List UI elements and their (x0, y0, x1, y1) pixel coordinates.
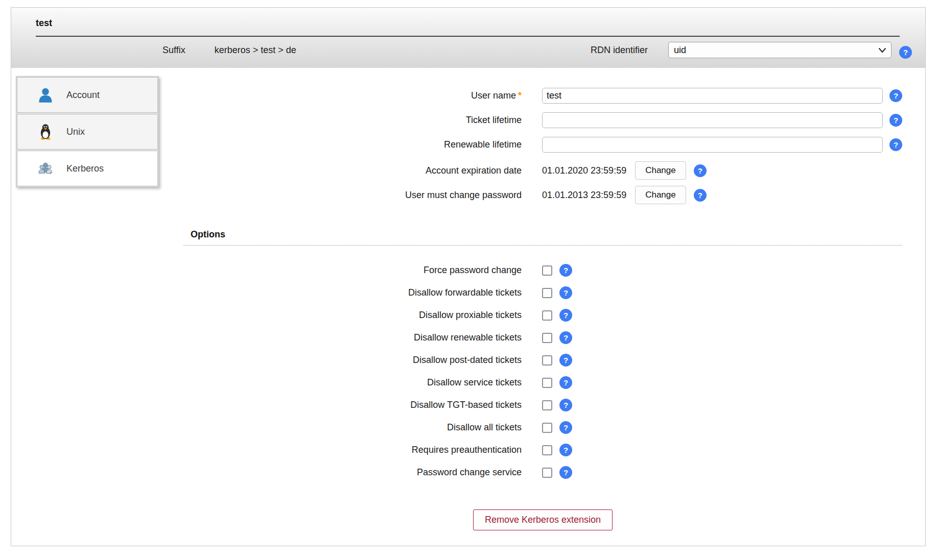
tab-label: Unix (66, 127, 85, 137)
page-title: test (36, 18, 925, 29)
tab-account[interactable]: Account (17, 77, 158, 113)
suffix-label: Suffix (162, 45, 185, 56)
option-label: Disallow renewable tickets (183, 332, 522, 343)
tab-unix[interactable]: Unix (17, 114, 158, 150)
form-control: ? (542, 137, 902, 153)
title-divider (36, 36, 900, 37)
help-icon[interactable]: ? (899, 46, 912, 59)
disallow-service-checkbox[interactable] (542, 378, 552, 388)
rdn-select[interactable]: uid (668, 42, 891, 58)
password-change-service-checkbox[interactable] (542, 468, 552, 478)
change-password-date-button[interactable]: Change (635, 186, 686, 204)
help-icon[interactable]: ? (889, 138, 902, 151)
options-section-header: Options (183, 229, 902, 246)
option-row-disallow-proxiable: Disallow proxiable tickets ? (183, 309, 902, 322)
help-icon[interactable]: ? (559, 399, 572, 411)
form-control: ? (542, 309, 572, 322)
disallow-all-tickets-checkbox[interactable] (542, 423, 552, 433)
form-control: ? (542, 444, 572, 456)
options-list: Force password change ? Disallow forward… (183, 264, 902, 479)
form-control: ? (542, 264, 572, 277)
form-control: 01.01.2013 23:59:59 Change ? (542, 186, 707, 204)
help-icon[interactable]: ? (889, 89, 902, 102)
change-expiration-button[interactable]: Change (635, 161, 686, 180)
option-row-force-password-change: Force password change ? (183, 264, 902, 277)
form-control: ? (542, 421, 572, 434)
help-icon[interactable]: ? (559, 286, 572, 299)
account-person-icon (37, 87, 54, 103)
tab-label: Kerberos (66, 163, 104, 174)
force-password-change-checkbox[interactable] (542, 265, 552, 276)
suffix-row: Suffix kerberos > test > de RDN identifi… (11, 42, 925, 58)
form-control: ? (542, 376, 572, 389)
disallow-postdated-checkbox[interactable] (542, 355, 552, 366)
remove-extension-area: Remove Kerberos extension (183, 509, 902, 530)
page-header: test Suffix kerberos > test > de RDN ide… (11, 8, 925, 68)
help-icon[interactable]: ? (559, 444, 572, 456)
account-expiration-value: 01.01.2020 23:59:59 (542, 165, 626, 176)
option-row-disallow-tgt-based: Disallow TGT-based tickets ? (183, 399, 902, 411)
body-area: Account (11, 68, 925, 530)
form-control: ? (542, 112, 902, 128)
option-row-disallow-service: Disallow service tickets ? (183, 376, 902, 389)
kerberos-group-icon (37, 161, 54, 176)
kerberos-form: User name* ? Ticket lifetime ? Renewable… (159, 68, 925, 530)
disallow-proxiable-checkbox[interactable] (542, 310, 552, 321)
disallow-renewable-checkbox[interactable] (542, 333, 552, 343)
form-control: ? (542, 399, 572, 411)
form-row-account-expiration: Account expiration date 01.01.2020 23:59… (183, 161, 902, 180)
option-label: Disallow all tickets (183, 422, 522, 433)
required-marker: * (518, 90, 522, 101)
disallow-forwardable-checkbox[interactable] (542, 288, 552, 298)
help-icon[interactable]: ? (559, 421, 572, 434)
option-label: Disallow forwardable tickets (183, 287, 522, 298)
rdn-select-wrap: uid (668, 42, 891, 58)
option-label: Force password change (183, 265, 522, 276)
unix-tux-icon (37, 124, 54, 140)
help-icon[interactable]: ? (889, 114, 902, 127)
form-control: ? (542, 331, 572, 344)
renewable-lifetime-label: Renewable lifetime (183, 139, 522, 150)
option-label: Requires preauthentication (183, 445, 522, 455)
help-icon[interactable]: ? (559, 354, 572, 367)
ticket-lifetime-label: Ticket lifetime (183, 115, 522, 126)
option-label: Password change service (183, 467, 522, 478)
option-label: Disallow post-dated tickets (183, 355, 522, 366)
option-label: Disallow proxiable tickets (183, 310, 522, 321)
tab-kerberos[interactable]: Kerberos (17, 151, 158, 186)
renewable-lifetime-input[interactable] (542, 137, 883, 153)
option-row-disallow-forwardable: Disallow forwardable tickets ? (183, 286, 902, 299)
help-icon[interactable]: ? (559, 466, 572, 479)
tab-label: Account (66, 90, 100, 101)
option-label: Disallow TGT-based tickets (183, 400, 522, 410)
form-control: ? (542, 354, 572, 367)
password-expiration-value: 01.01.2013 23:59:59 (542, 190, 626, 201)
option-row-disallow-all: Disallow all tickets ? (183, 421, 902, 434)
module-tabs-sidebar: Account (16, 76, 159, 187)
option-row-requires-preauth: Requires preauthentication ? (183, 444, 902, 456)
form-row-ticket-lifetime: Ticket lifetime ? (183, 112, 902, 128)
ticket-lifetime-input[interactable] (542, 112, 883, 128)
disallow-tgt-based-checkbox[interactable] (542, 400, 552, 410)
help-icon[interactable]: ? (694, 164, 707, 177)
options-title: Options (191, 229, 902, 240)
user-name-input[interactable] (542, 88, 883, 104)
option-row-disallow-renewable: Disallow renewable tickets ? (183, 331, 902, 344)
help-icon[interactable]: ? (694, 189, 707, 202)
form-row-renewable-lifetime: Renewable lifetime ? (183, 136, 902, 153)
form-row-user-name: User name* ? (183, 87, 902, 104)
help-icon[interactable]: ? (559, 376, 572, 389)
help-icon[interactable]: ? (559, 309, 572, 322)
form-control: ? (542, 286, 572, 299)
field-label-text: User name (471, 90, 516, 101)
help-icon[interactable]: ? (559, 331, 572, 344)
rdn-identifier-label: RDN identifier (591, 45, 648, 56)
form-control: ? (542, 466, 572, 479)
rdn-group: RDN identifier uid ? (591, 42, 912, 59)
remove-kerberos-extension-button[interactable]: Remove Kerberos extension (473, 509, 613, 530)
help-icon[interactable]: ? (559, 264, 572, 277)
form-control: ? (542, 88, 902, 104)
option-label: Disallow service tickets (183, 377, 522, 388)
requires-preauth-checkbox[interactable] (542, 445, 552, 455)
option-row-password-change-service: Password change service ? (183, 466, 902, 479)
